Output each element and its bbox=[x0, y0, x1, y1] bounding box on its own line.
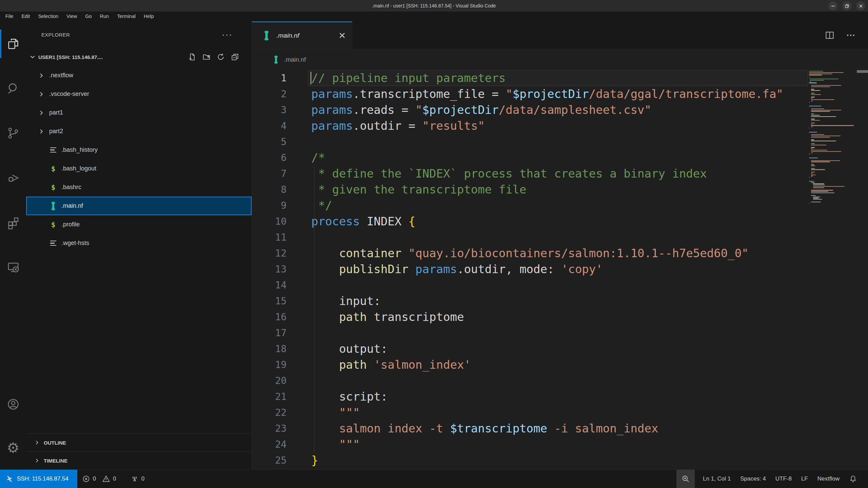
code-line-24[interactable]: 24 """ bbox=[252, 436, 808, 452]
code-line-15[interactable]: 15 input: bbox=[252, 293, 808, 309]
code-line-1[interactable]: 1// pipeline input parameters bbox=[252, 70, 808, 86]
code-line-20[interactable]: 20 bbox=[252, 373, 808, 389]
editor-scrollbar[interactable] bbox=[857, 70, 868, 469]
tree-item-bashrc[interactable]: $.bashrc bbox=[26, 178, 252, 197]
remote-label: SSH: 115.146.87.54 bbox=[17, 475, 68, 482]
menu-terminal[interactable]: Terminal bbox=[113, 12, 140, 21]
menu-go[interactable]: Go bbox=[81, 12, 96, 21]
code-line-8[interactable]: 8 * given the transcriptome file bbox=[252, 182, 808, 198]
menu-help[interactable]: Help bbox=[140, 12, 158, 21]
code-line-11[interactable]: 11 bbox=[252, 229, 808, 245]
tree-item-bash-logout[interactable]: $.bash_logout bbox=[26, 159, 252, 178]
file-tree: .nextflow.vscode-serverpart1part2.bash_h… bbox=[26, 66, 252, 252]
explorer-sidebar: EXPLORER ··· USER1 [SSH: 115.146.87.... bbox=[26, 21, 252, 469]
remote-indicator[interactable]: SSH: 115.146.87.54 bbox=[0, 470, 77, 488]
extensions-icon[interactable] bbox=[0, 200, 26, 245]
account-icon[interactable] bbox=[0, 383, 26, 426]
menu-view[interactable]: View bbox=[62, 12, 81, 21]
tree-item-main-nf[interactable]: .main.nf bbox=[26, 197, 252, 215]
refresh-icon[interactable] bbox=[216, 53, 225, 61]
minimap[interactable] bbox=[808, 70, 857, 469]
timeline-section[interactable]: TIMELINE bbox=[26, 451, 252, 469]
zoom-indicator[interactable] bbox=[676, 470, 695, 488]
tree-item-wget-hsts[interactable]: .wget-hsts bbox=[26, 234, 252, 252]
code-line-19[interactable]: 19 path 'salmon_index' bbox=[252, 357, 808, 373]
text-file-icon bbox=[47, 241, 59, 246]
editor-group: .main.nf ✕ .main.nf bbox=[252, 21, 868, 469]
explorer-more-icon[interactable]: ··· bbox=[222, 33, 233, 36]
menu-file[interactable]: File bbox=[1, 12, 17, 21]
source-control-icon[interactable] bbox=[0, 111, 26, 156]
radio-tower-icon bbox=[131, 475, 139, 483]
code-line-10[interactable]: 10process INDEX { bbox=[252, 214, 808, 229]
restore-button[interactable] bbox=[842, 1, 851, 11]
chevron-right-icon bbox=[34, 439, 40, 446]
language-mode[interactable]: Nextflow bbox=[813, 470, 844, 488]
code-area[interactable]: 1// pipeline input parameters2params.tra… bbox=[252, 70, 808, 469]
code-line-21[interactable]: 21 script: bbox=[252, 389, 808, 405]
tree-item-part2[interactable]: part2 bbox=[26, 122, 252, 141]
collapse-folders-icon[interactable] bbox=[231, 53, 239, 61]
code-line-6[interactable]: 6/* bbox=[252, 150, 808, 166]
shell-file-icon: $ bbox=[47, 165, 59, 173]
tab-bar: .main.nf ✕ bbox=[252, 21, 868, 49]
minimize-button[interactable] bbox=[828, 1, 837, 11]
overview-ruler-cursor-mark bbox=[857, 70, 868, 73]
tree-item-vscode-server[interactable]: .vscode-server bbox=[26, 85, 252, 103]
menu-edit[interactable]: Edit bbox=[17, 12, 34, 21]
code-line-22[interactable]: 22 """ bbox=[252, 405, 808, 421]
editor-more-icon[interactable] bbox=[846, 30, 856, 40]
indentation[interactable]: Spaces: 4 bbox=[735, 470, 771, 488]
eol-sequence[interactable]: LF bbox=[796, 470, 813, 488]
menu-run[interactable]: Run bbox=[96, 12, 113, 21]
cursor-position[interactable]: Ln 1, Col 1 bbox=[698, 470, 735, 488]
text-file-icon bbox=[47, 147, 59, 153]
new-folder-icon[interactable] bbox=[202, 53, 211, 61]
code-line-9[interactable]: 9 */ bbox=[252, 198, 808, 214]
tab-main-nf[interactable]: .main.nf ✕ bbox=[252, 21, 352, 49]
new-file-icon[interactable] bbox=[188, 53, 197, 61]
warning-icon bbox=[102, 475, 110, 483]
notifications-bell[interactable] bbox=[844, 470, 862, 488]
problems-indicator[interactable]: 0 0 bbox=[77, 470, 121, 488]
settings-gear-icon[interactable]: ⚙ bbox=[0, 426, 26, 469]
remote-explorer-icon[interactable] bbox=[0, 245, 26, 290]
nextflow-icon bbox=[271, 55, 281, 64]
search-icon[interactable] bbox=[0, 66, 26, 111]
text-cursor bbox=[311, 72, 311, 84]
encoding[interactable]: UTF-8 bbox=[771, 470, 796, 488]
ports-indicator[interactable]: 0 bbox=[126, 470, 149, 488]
run-debug-icon[interactable] bbox=[0, 156, 26, 200]
tree-item-nextflow[interactable]: .nextflow bbox=[26, 66, 252, 85]
code-line-25[interactable]: 25} bbox=[252, 452, 808, 468]
outline-section[interactable]: OUTLINE bbox=[26, 433, 252, 451]
code-line-23[interactable]: 23 salmon index -t $transcriptome -i sal… bbox=[252, 421, 808, 436]
code-line-12[interactable]: 12 container "quay.io/biocontainers/salm… bbox=[252, 245, 808, 261]
timeline-label: TIMELINE bbox=[44, 458, 67, 464]
explorer-icon[interactable] bbox=[0, 21, 26, 66]
code-line-14[interactable]: 14 bbox=[252, 277, 808, 293]
menu-selection[interactable]: Selection bbox=[34, 12, 62, 21]
split-editor-icon[interactable] bbox=[825, 30, 835, 40]
code-line-4[interactable]: 4params.outdir = "results" bbox=[252, 118, 808, 134]
tree-item-bash-history[interactable]: .bash_history bbox=[26, 141, 252, 159]
bell-icon bbox=[849, 475, 857, 483]
code-line-16[interactable]: 16 path transcriptome bbox=[252, 309, 808, 325]
tree-item-part1[interactable]: part1 bbox=[26, 103, 252, 122]
chevron-right-icon bbox=[36, 109, 47, 117]
breadcrumb[interactable]: .main.nf bbox=[252, 49, 868, 70]
warning-count: 0 bbox=[113, 475, 116, 482]
code-line-7[interactable]: 7 * define the `INDEX` process that crea… bbox=[252, 166, 808, 182]
close-button[interactable] bbox=[856, 1, 865, 11]
code-line-17[interactable]: 17 bbox=[252, 325, 808, 341]
code-line-3[interactable]: 3params.reads = "$projectDir/data/sample… bbox=[252, 102, 808, 118]
code-line-18[interactable]: 18 output: bbox=[252, 341, 808, 357]
tab-close-icon[interactable]: ✕ bbox=[338, 31, 346, 40]
tree-item-profile[interactable]: $.profile bbox=[26, 215, 252, 234]
code-line-2[interactable]: 2params.transcriptome_file = "$projectDi… bbox=[252, 86, 808, 102]
code-line-5[interactable]: 5 bbox=[252, 134, 808, 150]
window-controls bbox=[828, 1, 865, 11]
workspace-section-header[interactable]: USER1 [SSH: 115.146.87.... bbox=[26, 48, 252, 66]
chevron-right-icon bbox=[36, 72, 47, 79]
code-line-13[interactable]: 13 publishDir params.outdir, mode: 'copy… bbox=[252, 261, 808, 277]
